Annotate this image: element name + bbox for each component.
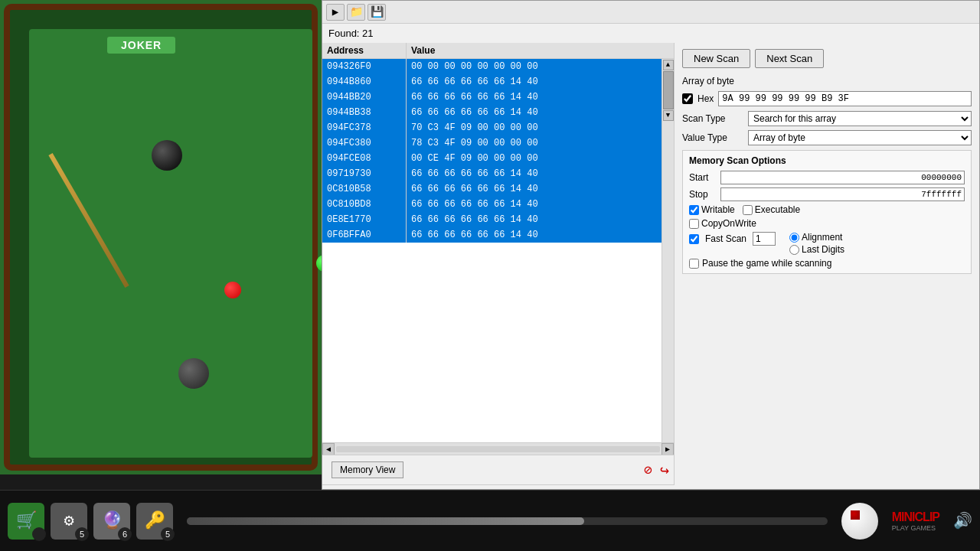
fast-scan-checkbox[interactable] [689,234,699,244]
scan-row[interactable]: 0944BB2066 66 66 66 66 66 14 40 [322,90,662,105]
scroll-track[interactable] [336,446,660,452]
fast-scan-alignment-section: Fast Scan Alignment Last Digits [689,232,965,255]
scan-options-box: Memory Scan Options Start Stop Writable [682,150,972,274]
joker-badge: JOKER [107,37,175,54]
taskbar-gear-icon[interactable]: ⚙ 5 [51,503,87,540]
value-type-dropdown[interactable]: Array of byte [748,130,972,145]
scan-row[interactable]: 0C810BD866 66 66 66 66 66 14 40 [322,197,662,212]
game-background: JOKER [0,0,322,474]
pause-checkbox[interactable] [689,259,699,269]
toolbar-icon-save[interactable]: 💾 [368,4,386,21]
start-label: Start [689,172,716,183]
right-panel: New Scan Next Scan Array of byte Hex Sca… [675,43,979,485]
scan-type-row: Scan Type Search for this array [682,111,972,126]
scan-row[interactable]: 0944BB3866 66 66 66 66 66 14 40 [322,105,662,120]
last-digits-radio-item: Last Digits [789,244,844,255]
scroll-left[interactable]: ◀ [322,443,335,455]
scan-scroll-container: 094326F000 00 00 00 00 00 00 000944B8606… [322,59,674,442]
scan-row[interactable]: 0E8E177066 66 66 66 66 66 14 40 [322,212,662,227]
taskbar-shop-icon[interactable]: 🛒 [8,503,44,540]
taskbar-orb-icon[interactable]: 🔮 6 [93,503,130,540]
shop-badge [32,527,46,541]
white-ball [841,503,878,540]
miniclip-branding: MINICLIP PLAY GAMES [892,510,939,532]
executable-checkbox[interactable] [743,205,753,215]
found-label: Found: [328,28,359,39]
scan-row[interactable]: 0F6BFFA066 66 66 66 66 66 14 40 [322,227,662,243]
alignment-options: Alignment Last Digits [789,232,844,255]
black-ball [152,140,182,171]
fast-scan-label: Fast Scan [705,233,746,244]
fast-scan-col: Fast Scan [689,232,776,249]
volume-icon[interactable]: 🔊 [953,511,972,530]
cheat-engine-panel: ▶ 📁 💾 Found: 21 Address Value 094326F000… [322,0,980,490]
header-value: Value [407,43,674,58]
taskbar: 🛒 ⚙ 5 🔮 6 🔑 5 MINICLIP PLAY GAMES 🔊 [0,490,980,551]
scan-type-label: Scan Type [682,113,743,124]
pause-row: Pause the game while scanning [689,258,965,269]
red-cancel-icon[interactable]: ⊘ [644,461,652,478]
copy-on-write-checkbox[interactable] [689,219,699,229]
scan-row[interactable]: 094FCE0800 CE 4F 09 00 00 00 00 [322,151,662,166]
ce-main-content: Address Value 094326F000 00 00 00 00 00 … [322,43,979,485]
scan-row[interactable]: 0944B86066 66 66 66 66 66 14 40 [322,74,662,90]
start-input[interactable] [720,171,965,184]
alignment-radio-item: Alignment [789,232,844,243]
writable-checkbox[interactable] [689,205,699,215]
scan-results-header: Address Value [322,43,674,59]
value-type-row: Value Type Array of byte [682,130,972,145]
found-count: 21 [362,28,373,39]
gear-badge: 5 [75,527,89,541]
miniclip-sub: PLAY GAMES [892,524,939,532]
dark-ball [178,358,209,389]
header-address: Address [322,43,407,58]
scan-row[interactable]: 094326F000 00 00 00 00 00 00 00 [322,59,662,74]
stop-label: Stop [689,189,716,200]
new-scan-button[interactable]: New Scan [682,49,750,68]
scan-row[interactable]: 094FC37870 C3 4F 09 00 00 00 00 [322,120,662,135]
array-of-byte-row: Array of byte [682,76,972,86]
executable-label: Executable [755,204,800,215]
scan-table-body: 094326F000 00 00 00 00 00 00 000944B8606… [322,59,662,442]
progress-bar-fill [187,517,584,525]
writable-item: Writable [689,204,735,215]
hex-label: Hex [697,93,714,104]
stop-range-row: Stop [689,187,965,201]
memory-view-button[interactable]: Memory View [332,461,403,478]
stop-input[interactable] [720,187,965,201]
writable-label: Writable [701,204,735,215]
scan-row[interactable]: 0971973066 66 66 66 66 66 14 40 [322,166,662,181]
array-of-byte-label: Array of byte [682,76,734,86]
copy-on-write-row: CopyOnWrite [689,218,965,229]
key-badge: 5 [161,527,175,541]
pause-label: Pause the game while scanning [702,258,831,269]
scan-type-dropdown[interactable]: Search for this array [748,111,972,126]
horizontal-scrollbar[interactable]: ◀ ▶ [322,442,674,455]
cue-stick [48,153,129,288]
hex-checkbox[interactable] [682,93,693,104]
alignment-radio[interactable] [789,233,799,243]
last-digits-radio-label: Last Digits [802,244,844,255]
last-digits-radio[interactable] [789,245,799,255]
copy-on-write-label: CopyOnWrite [701,218,756,229]
green-ball [316,255,322,272]
ce-toolbar: ▶ 📁 💾 [322,1,979,24]
copy-on-write-item: CopyOnWrite [689,218,756,229]
scan-results-panel: Address Value 094326F000 00 00 00 00 00 … [322,43,675,485]
scan-scrollbar[interactable]: ▲ ▼ [662,59,674,442]
hex-value-input[interactable] [718,91,972,106]
next-scan-button[interactable]: Next Scan [755,49,824,68]
fast-scan-input[interactable] [753,232,776,246]
arrow-red-icon[interactable]: ↪ [660,461,669,480]
scan-options-title: Memory Scan Options [689,155,965,166]
value-type-label: Value Type [682,132,743,143]
toolbar-icon-folder[interactable]: 📁 [347,4,365,21]
toolbar-icon-arrow[interactable]: ▶ [326,4,345,21]
scan-row[interactable]: 0C810B5866 66 66 66 66 66 14 40 [322,181,662,197]
taskbar-key-icon[interactable]: 🔑 5 [136,503,173,540]
alignment-radio-label: Alignment [802,232,842,243]
miniclip-logo: MINICLIP [892,510,939,524]
hex-row: Hex [682,91,972,106]
scroll-right[interactable]: ▶ [662,443,674,455]
scan-row[interactable]: 094FC38078 C3 4F 09 00 00 00 00 [322,135,662,151]
